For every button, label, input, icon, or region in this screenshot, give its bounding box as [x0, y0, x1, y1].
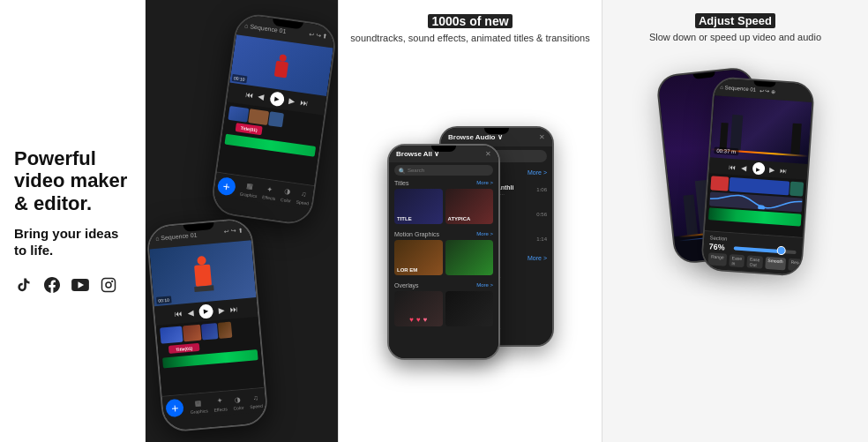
play-2[interactable]: ▶	[198, 303, 213, 318]
effects-icon-2: ✦	[214, 395, 226, 407]
btm-effects-2[interactable]: ✦ Effects	[213, 394, 228, 412]
motion-text: Motion Graphics	[394, 231, 439, 237]
notch-p3-front	[431, 146, 456, 152]
sfx-more[interactable]: More >	[528, 255, 547, 261]
ba-title: Browse All ∨	[396, 150, 439, 158]
spd-building-1	[719, 123, 728, 149]
timeline-area-front: Title(01)	[156, 317, 265, 396]
ba-search[interactable]: 🔍 Search	[394, 165, 493, 176]
motion-section: Motion Graphics More > LOR EM	[389, 229, 498, 281]
opt-reset[interactable]: Reset	[787, 258, 804, 272]
clip-d	[218, 322, 233, 339]
youtube-icon[interactable]	[71, 275, 90, 295]
spd-skip-fwd[interactable]: ⏭	[780, 167, 788, 176]
clip-a	[160, 326, 183, 344]
panel-3-subtitle: soundtracks, sound effects, animated tit…	[350, 32, 589, 45]
motion-more[interactable]: More >	[476, 231, 493, 237]
effects-label: Effects	[262, 194, 276, 201]
panel-2-phones: ⌂ Sequence 01 ↩ ↪ ⬆ 00:10 ⏮ ◀	[146, 0, 338, 442]
title-overlay-text: Title(01)	[176, 345, 193, 352]
panel-4-title: Adjust Speed	[695, 14, 775, 27]
bottom-graphics[interactable]: ▦ Graphics	[239, 180, 258, 199]
topbar-seq-front: ⌂ Sequence 01	[155, 231, 198, 241]
ab-close-btn[interactable]: ✕	[539, 133, 545, 141]
video-main: 00:10	[149, 240, 256, 306]
btm-color-2[interactable]: ◑ Color	[232, 393, 244, 411]
timeline-clip-2	[248, 109, 269, 125]
spd-play[interactable]: ▶	[752, 162, 765, 176]
next-2[interactable]: ▶	[218, 305, 225, 315]
opt-ease-in[interactable]: Ease In	[729, 254, 745, 267]
speed-seq-name: ⌂ Sequence 01	[720, 85, 756, 93]
bottom-effects[interactable]: ✦ Effects	[262, 183, 278, 201]
overlay-item-2[interactable]	[445, 291, 494, 326]
next-frame-btn[interactable]: ▶	[288, 96, 296, 106]
svg-rect-2	[102, 278, 116, 291]
spd-prev[interactable]: ◀	[741, 164, 747, 172]
play-btn[interactable]: ▶	[269, 91, 285, 107]
btm-graphics-2[interactable]: ▦ Graphics	[189, 396, 208, 415]
btm-speed-2[interactable]: ♫ Speed	[249, 392, 263, 409]
building-1	[683, 195, 698, 236]
skip-fwd-btn[interactable]: ⏭	[300, 98, 309, 108]
phone-ui-front: ⌂ Sequence 01 ↩ ↪ ⬆ 00:10 ⏮ ◀	[147, 219, 267, 431]
skip-back-2[interactable]: ⏮	[174, 309, 183, 318]
color-lbl-2: Color	[233, 405, 243, 411]
motion-text-1: LOR EM	[397, 267, 417, 273]
panel-4-subtitle: Slow down or speed up video and audio	[649, 31, 821, 44]
ba-close[interactable]: ✕	[485, 150, 491, 158]
color-label: Color	[281, 197, 292, 204]
titles-more[interactable]: More >	[476, 180, 493, 186]
tiktok-icon[interactable]	[14, 275, 34, 295]
title-item-2[interactable]: ATYPICA	[445, 189, 494, 224]
overlay-item-1[interactable]: ♥ ♥ ♥	[394, 291, 443, 326]
motion-grid: LOR EM	[394, 240, 493, 275]
skip-fwd-2[interactable]: ⏭	[229, 304, 238, 314]
speed-timeline	[705, 174, 806, 238]
opt-smooth[interactable]: Smooth	[764, 257, 785, 271]
timeline-clip-3	[268, 111, 284, 127]
spd-next[interactable]: ▶	[769, 166, 775, 174]
soundtracks-more[interactable]: More >	[528, 169, 547, 176]
speed-topbar-icons: ↩ ↪ ⊕	[759, 87, 775, 94]
opt-ease-out[interactable]: Ease Out	[746, 256, 762, 269]
speed-slider-thumb[interactable]	[776, 246, 786, 256]
time-overlay: 00:10	[232, 74, 247, 83]
speed-editor-ui: ⌂ Sequence 01 ↩ ↪ ⊕ 00:37 m	[702, 79, 813, 275]
overlays-more[interactable]: More >	[476, 282, 493, 288]
prev-frame-btn[interactable]: ◀	[258, 92, 265, 101]
spd-skip-back[interactable]: ⏮	[729, 163, 737, 172]
spd-clip-teal	[789, 182, 804, 197]
time-overlay-front: 00:10	[156, 296, 171, 303]
speed-adjustment-panel: Section 76% Range Ease In Ea	[702, 230, 803, 275]
title-clip: Title(01)	[236, 123, 263, 135]
topbar-icons-front: ↩ ↪ ⬆	[224, 227, 244, 236]
prev-2[interactable]: ◀	[187, 308, 194, 318]
facebook-icon[interactable]	[42, 275, 62, 295]
speed-title-highlight: Adjust Speed	[695, 13, 775, 28]
spd-building-3	[790, 124, 801, 155]
color-icon-2: ◑	[232, 393, 243, 405]
titles-label: Titles More >	[394, 180, 493, 186]
add-button-front[interactable]: +	[166, 398, 185, 417]
spd-building-2	[730, 115, 743, 151]
bottom-color[interactable]: ◑ Color	[281, 185, 294, 203]
motion-item-2[interactable]	[445, 240, 494, 275]
bottom-speed[interactable]: ♫ Speed	[296, 188, 311, 206]
speed-slider-track[interactable]	[733, 247, 796, 255]
hearts-overlay: ♥ ♥ ♥	[397, 316, 440, 324]
graphics-icon-2: ▦	[192, 397, 204, 408]
title-item-1[interactable]: TITLE	[394, 189, 443, 224]
instagram-icon[interactable]	[99, 275, 118, 295]
p3-phones: Browse Audio ∨ ✕ 🔍 Search Soundtracks Mo…	[349, 56, 591, 428]
add-button[interactable]: +	[217, 176, 237, 196]
motion-item-1[interactable]: LOR EM	[394, 240, 443, 275]
skip-back-btn[interactable]: ⏮	[244, 90, 253, 100]
overlays-text: Overlays	[394, 282, 419, 288]
effects-lbl-2: Effects	[213, 406, 228, 412]
main-subtitle: Bring your ideas to life.	[14, 225, 131, 259]
opt-range[interactable]: Range	[707, 253, 727, 266]
graphics-icon: ▦	[243, 180, 256, 192]
title-text: Title(01)	[240, 125, 258, 133]
effects-icon: ✦	[264, 183, 276, 195]
